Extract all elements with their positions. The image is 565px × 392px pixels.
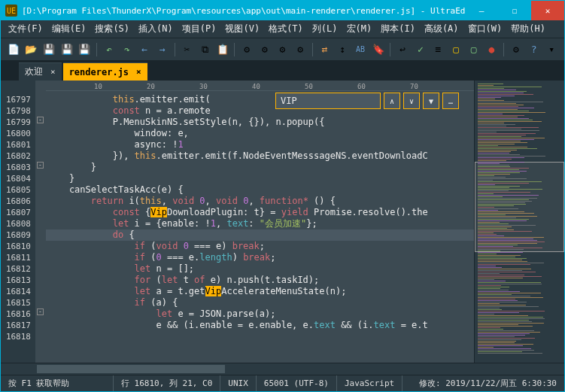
filter-button[interactable]: ▼ [423, 93, 439, 109]
settings-icon[interactable]: ⚙ [508, 41, 524, 58]
code-line[interactable]: if (void 0 === e) break; [46, 241, 474, 252]
back-icon[interactable]: ← [136, 41, 153, 58]
menu-item[interactable]: 高级(A) [420, 23, 463, 35]
code-line[interactable]: let a = t.getVipAccelerateMenuState(n); [46, 286, 474, 297]
marker-icon[interactable]: ▢ [448, 41, 464, 58]
find-next-button[interactable]: ∨ [403, 93, 420, 109]
find-bar: ∧ ∨ ▼ … [275, 93, 459, 109]
status-eol[interactable]: UNIX [220, 375, 257, 391]
code-line[interactable]: return i(this, void 0, void 0, function*… [46, 196, 474, 207]
new-file-icon[interactable]: 📄 [5, 41, 22, 58]
code-line[interactable]: } [46, 162, 474, 173]
app-logo-icon: UE [5, 5, 17, 17]
code-line[interactable]: for (let t of e) n.push(t.taskId); [46, 275, 474, 286]
code-line[interactable]: let n = []; [46, 263, 474, 275]
record-icon[interactable]: ● [484, 41, 500, 58]
tab-welcome[interactable]: 欢迎 × [19, 62, 62, 81]
spellcheck-icon[interactable]: ✓ [412, 41, 429, 58]
code-line[interactable]: async: !1 [46, 139, 474, 150]
tool-icon[interactable]: ⚙ [238, 41, 255, 58]
status-help: 按 F1 获取帮助 [1, 375, 114, 391]
minimap[interactable] [474, 81, 564, 363]
forward-icon[interactable]: → [154, 41, 171, 58]
sort-icon[interactable]: ↕ [335, 41, 351, 58]
menu-item[interactable]: 格式(T) [264, 23, 308, 35]
tab-label: renderer.js [69, 67, 129, 77]
line-number-gutter: 1679716798167991680016801168021680316804… [1, 81, 35, 363]
dropdown-icon[interactable]: ▾ [543, 41, 560, 58]
code-line[interactable]: let e = JSON.parse(a); [46, 308, 474, 320]
code-line[interactable]: let i = {enable: !1, text: "会员加速"}; [46, 218, 474, 229]
search-input[interactable] [275, 93, 381, 109]
menu-item[interactable]: 搜索(S) [90, 23, 134, 35]
close-button[interactable]: ✕ [531, 1, 564, 20]
cut-icon[interactable]: ✂ [179, 41, 196, 58]
scrollbar-thumb[interactable] [37, 365, 225, 373]
menu-item[interactable]: 视图(V) [220, 23, 264, 35]
tab-label: 欢迎 [25, 65, 43, 78]
close-icon[interactable]: × [136, 67, 141, 77]
bullets-icon[interactable]: ≡ [430, 41, 447, 58]
status-position[interactable]: 行 16810, 列 21, C0 [114, 375, 220, 391]
code-line[interactable]: if (a) { [46, 297, 474, 308]
editor: 1679716798167991680016801168021680316804… [1, 81, 564, 363]
tab-renderer-js[interactable]: renderer.js × [63, 62, 147, 81]
help-icon[interactable]: ? [526, 41, 542, 58]
menubar: 文件(F)编辑(E)搜索(S)插入(N)项目(P)视图(V)格式(T)列(L)宏… [1, 20, 564, 38]
menu-item[interactable]: 帮助(H) [506, 23, 550, 35]
copy-icon[interactable]: ⧉ [196, 41, 213, 58]
open-folder-icon[interactable]: 📂 [23, 41, 40, 58]
minimize-button[interactable]: — [465, 1, 498, 20]
marker2-icon[interactable]: ▢ [466, 41, 482, 58]
menu-item[interactable]: 脚本(I) [376, 23, 420, 35]
statusbar: 按 F1 获取帮助 行 16810, 列 21, C0 UNIX 65001 (… [1, 375, 564, 391]
code-area[interactable]: ∧ ∨ ▼ … 10203040506070 this.emitter.emit… [46, 81, 474, 363]
menu-item[interactable]: 项目(P) [178, 23, 221, 35]
horizontal-scrollbar[interactable] [1, 363, 564, 375]
code-line[interactable]: if (0 === e.length) break; [46, 252, 474, 263]
tab-bar: 欢迎 × renderer.js × [1, 61, 564, 81]
code-line[interactable]: }), this.emitter.emit(f.NodeEventMesssag… [46, 150, 474, 162]
window-title: [D:\Program Files\ThunderX\Program\resou… [22, 6, 465, 16]
save-all-icon[interactable]: 💾 [77, 41, 93, 58]
tool-icon[interactable]: ⚙ [257, 41, 273, 58]
menu-item[interactable]: 窗口(W) [463, 23, 507, 35]
fold-gutter[interactable]: --- [35, 81, 46, 363]
code-line[interactable]: window: e, [46, 128, 474, 139]
undo-icon[interactable]: ↶ [101, 41, 117, 58]
save-as-icon[interactable]: 💾 [59, 41, 75, 58]
close-icon[interactable]: × [50, 67, 56, 77]
redo-icon[interactable]: ↷ [119, 41, 135, 58]
case-icon[interactable]: AB [352, 41, 369, 58]
save-icon[interactable]: 💾 [41, 41, 57, 58]
menu-item[interactable]: 文件(F) [4, 23, 47, 35]
menu-item[interactable]: 列(L) [308, 23, 342, 35]
code-line[interactable]: e && (i.enable = e.enable, e.text && (i.… [46, 320, 474, 331]
wrap-icon[interactable]: ↩ [394, 41, 411, 58]
menu-item[interactable]: 插入(N) [134, 23, 178, 35]
fold-toggle-icon[interactable]: - [37, 117, 44, 123]
toolbar: 📄 📂 💾 💾 💾 ↶ ↷ ← → ✂ ⧉ 📋 ⚙ ⚙ ⚙ ⚙ ⇄ ↕ AB 🔖… [1, 38, 564, 61]
titlebar[interactable]: UE [D:\Program Files\ThunderX\Program\re… [1, 1, 564, 20]
code-line[interactable]: canSelectTaskAcc(e) { [46, 184, 474, 196]
fold-toggle-icon[interactable]: - [37, 308, 44, 315]
find-more-button[interactable]: … [442, 93, 459, 109]
column-ruler: 10203040506070 [46, 81, 474, 91]
menu-item[interactable]: 编辑(E) [47, 23, 91, 35]
fold-toggle-icon[interactable]: - [37, 162, 44, 169]
code-line[interactable]: const {VipDownloadPlugin: t} = yield Pro… [46, 207, 474, 218]
code-line[interactable]: do { [46, 229, 474, 241]
tool-icon[interactable]: ⚙ [275, 41, 291, 58]
code-line[interactable]: P.MenuSkinNS.setStyle(n, {}), n.popup({ [46, 117, 474, 128]
maximize-button[interactable]: ☐ [498, 1, 531, 20]
find-prev-button[interactable]: ∧ [384, 93, 400, 109]
tool-icon[interactable]: ⚙ [292, 41, 308, 58]
paste-icon[interactable]: 📋 [214, 41, 231, 58]
compare-icon[interactable]: ⇄ [317, 41, 333, 58]
code-line[interactable]: } [46, 173, 474, 184]
bookmark-icon[interactable]: 🔖 [370, 41, 387, 58]
menu-item[interactable]: 宏(M) [342, 23, 377, 35]
status-modified: 修改: 2019/11/22/周五 6:30:30 [412, 375, 564, 391]
status-encoding[interactable]: 65001 (UTF-8) [257, 375, 337, 391]
status-language[interactable]: JavaScript [337, 375, 402, 391]
